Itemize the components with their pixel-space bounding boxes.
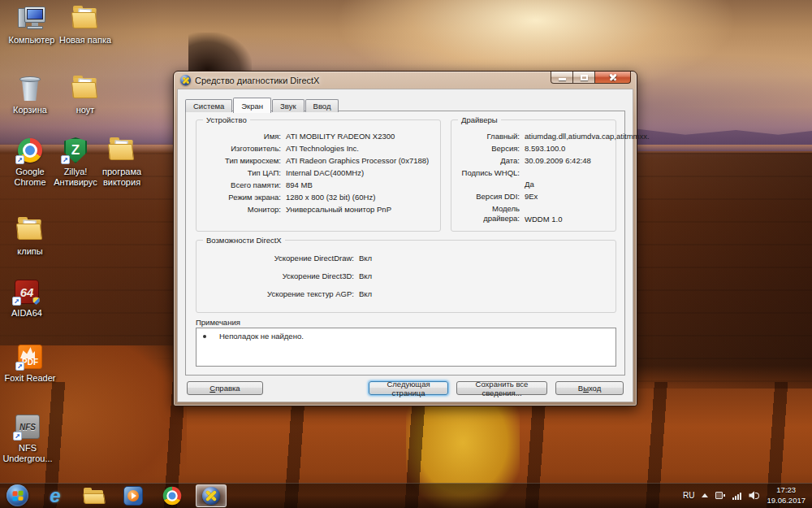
taskbar-internet-explorer-icon[interactable]: e — [43, 484, 67, 507]
taskbar: e RU 17:23 19.06.2017 — [0, 483, 812, 508]
folder-icon — [71, 5, 100, 33]
field-label: Имя: — [203, 132, 281, 141]
taskbar-dxdiag-button[interactable] — [196, 484, 227, 507]
desktop-icon-nfs-underground[interactable]: NFS ➚ NFS Undergrou... — [2, 413, 54, 464]
desktop-icon-label: Корзина — [13, 105, 47, 115]
window-title: Средство диагностики DirectX — [195, 76, 319, 85]
chrome-icon: ➚ — [15, 137, 45, 164]
tab-strip: Система Экран Звук Ввод — [185, 98, 339, 112]
tray-time: 17:23 — [776, 485, 796, 496]
tab-system[interactable]: Система — [185, 99, 232, 112]
field-value: 8.593.100.0 — [525, 144, 612, 153]
folder-icon — [15, 216, 45, 244]
driver-row: Версия DDI: 9Ex — [458, 192, 612, 201]
field-value: 894 MB — [286, 180, 437, 189]
start-button[interactable] — [6, 484, 28, 506]
show-hidden-icons-arrow[interactable] — [702, 493, 708, 497]
desktop: Компьютер Новая папка Корзина ноут ➚ Goo… — [0, 0, 812, 508]
field-label: Изготовитель: — [203, 144, 281, 153]
notes-title: Примечания — [196, 318, 240, 327]
help-button[interactable]: Справка — [187, 381, 263, 395]
network-signal-icon[interactable] — [732, 492, 741, 500]
desktop-icon-klipy[interactable]: клипы — [5, 216, 55, 257]
desktop-icon-nout[interactable]: ноут — [54, 75, 117, 115]
field-value: Вкл — [359, 289, 612, 298]
device-row: Монитор: Универсальный монитор PnP — [203, 205, 437, 214]
nfs-icon: NFS ➚ — [13, 413, 42, 441]
note-text: Неполадок не найдено. — [219, 332, 304, 341]
field-value: atiumdag.dll,atiumdva.cap,atitmmxx. — [525, 132, 650, 141]
aida64-icon: 64 ➚ — [12, 278, 41, 306]
shortcut-arrow-icon: ➚ — [15, 155, 24, 164]
desktop-icon-aida64[interactable]: 64 ➚ AIDA64 — [3, 278, 50, 319]
field-value: WDDM 1.0 — [525, 215, 612, 224]
field-value: Вкл — [359, 271, 612, 280]
clock[interactable]: 17:23 19.06.2017 — [767, 485, 806, 506]
field-label: Ускорение текстур AGP: — [203, 289, 354, 298]
taskbar-chrome-icon[interactable] — [160, 484, 184, 507]
maximize-button[interactable] — [573, 72, 595, 84]
field-label: Версия: — [458, 144, 520, 153]
language-indicator[interactable]: RU — [683, 491, 694, 500]
dxdiag-window: Средство диагностики DirectX Система Экр… — [173, 71, 637, 406]
desktop-icon-recycle-bin[interactable]: Корзина — [5, 75, 55, 115]
desktop-icon-label: програма виктория — [96, 167, 148, 188]
minimize-button[interactable] — [551, 72, 573, 84]
desktop-icon-label: клипы — [17, 246, 42, 257]
device-row: Тип микросхем: ATI Radeon Graphics Proce… — [203, 156, 437, 165]
field-label: Ускорение DirectDraw: — [203, 254, 354, 263]
features-group-title: Возможности DirectX — [203, 236, 285, 245]
taskbar-media-player-icon[interactable] — [121, 484, 145, 507]
field-label: Всего памяти: — [203, 180, 281, 189]
save-all-info-button[interactable]: Сохранить все сведения... — [456, 381, 547, 395]
antivirus-shield-icon: Z ➚ — [61, 137, 90, 164]
drivers-group: Драйверы Главный: atiumdag.dll,atiumdva.… — [451, 119, 616, 232]
device-row: Режим экрана: 1280 x 800 (32 bit) (60Hz) — [203, 193, 437, 202]
system-tray: RU 17:23 19.06.2017 — [683, 485, 806, 506]
field-label: Тип ЦАП: — [203, 168, 281, 177]
exit-button[interactable]: Выход — [555, 381, 624, 395]
desktop-icon-computer[interactable]: Компьютер — [6, 5, 57, 46]
taskbar-explorer-icon[interactable] — [82, 484, 106, 507]
tray-date: 19.06.2017 — [767, 496, 806, 506]
tab-input[interactable]: Ввод — [305, 99, 339, 112]
windows-flag-icon — [12, 490, 23, 501]
field-value: ATI Radeon Graphics Processor (0x7188) — [286, 156, 437, 165]
device-group: Устройство Имя: ATI MOBILITY RADEON X230… — [196, 119, 441, 232]
desktop-icon-label: ноут — [76, 105, 95, 115]
field-label: Модель драйвера: — [458, 204, 520, 224]
desktop-icon-label: Новая папка — [59, 35, 111, 46]
titlebar[interactable]: Средство диагностики DirectX — [174, 72, 637, 89]
device-row: Всего памяти: 894 MB — [203, 180, 437, 189]
field-label: Тип микросхем: — [203, 156, 281, 165]
tab-display[interactable]: Экран — [233, 98, 271, 113]
tab-page-display: Устройство Имя: ATI MOBILITY RADEON X230… — [185, 111, 625, 376]
computer-icon — [17, 5, 46, 33]
field-label: Режим экрана: — [203, 193, 281, 202]
desktop-icon-label: AIDA64 — [11, 308, 42, 319]
desktop-icon-programa-viktoria[interactable]: програма виктория — [96, 137, 148, 188]
next-page-button[interactable]: Следующая страница — [369, 381, 448, 395]
driver-row-whql: Подпись WHQL: Да — [458, 168, 612, 189]
field-label: Дата: — [458, 156, 520, 165]
note-item: Неполадок не найдено. — [197, 328, 615, 341]
field-value: Да — [525, 177, 612, 189]
close-button[interactable] — [595, 72, 631, 84]
desktop-icon-label: NFS Undergrou... — [2, 443, 54, 464]
desktop-icon-new-folder[interactable]: Новая папка — [54, 5, 117, 46]
device-row: Имя: ATI MOBILITY RADEON X2300 — [203, 132, 437, 141]
field-value: Вкл — [359, 254, 612, 263]
shortcut-arrow-icon: ➚ — [61, 155, 70, 164]
field-value: 30.09.2009 6:42:48 — [525, 156, 612, 165]
volume-icon[interactable] — [749, 491, 759, 500]
notes-listbox[interactable]: Неполадок не найдено. — [196, 328, 616, 367]
desktop-icon-foxit-reader[interactable]: PDF ➚ Foxit Reader — [3, 343, 57, 384]
field-value: Internal DAC(400MHz) — [286, 168, 437, 177]
tab-sound[interactable]: Звук — [272, 99, 304, 112]
feature-row: Ускорение Direct3D: Вкл — [203, 271, 612, 280]
device-row: Тип ЦАП: Internal DAC(400MHz) — [203, 168, 437, 177]
shortcut-arrow-icon: ➚ — [13, 432, 22, 441]
battery-icon[interactable] — [715, 491, 725, 500]
feature-row: Ускорение DirectDraw: Вкл — [203, 254, 612, 263]
driver-row: Главный: atiumdag.dll,atiumdva.cap,atitm… — [458, 132, 612, 141]
